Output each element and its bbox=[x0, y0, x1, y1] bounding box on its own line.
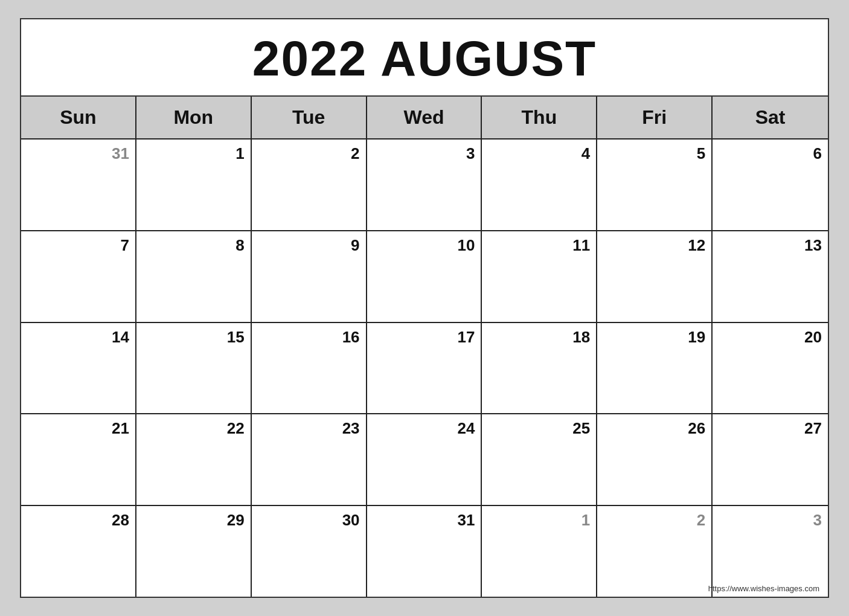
day-cell: 20 bbox=[713, 323, 828, 414]
day-header-sat: Sat bbox=[713, 97, 828, 138]
day-cell: 31 bbox=[367, 506, 482, 597]
day-cell: 25 bbox=[482, 414, 597, 505]
day-cell: 24 bbox=[367, 414, 482, 505]
day-cell: 9 bbox=[252, 231, 367, 322]
day-cell: 1 bbox=[482, 506, 597, 597]
day-header-fri: Fri bbox=[597, 97, 713, 138]
day-cell: 4 bbox=[482, 140, 597, 230]
day-cell: 28 bbox=[21, 506, 136, 597]
day-cell: 2 bbox=[597, 506, 713, 597]
day-header-thu: Thu bbox=[482, 97, 597, 138]
week-row-3: 21222324252627 bbox=[21, 414, 828, 506]
day-cell: 11 bbox=[482, 231, 597, 322]
day-cell: 6 bbox=[713, 140, 828, 230]
day-cell: 5 bbox=[597, 140, 713, 230]
day-cell: 10 bbox=[367, 231, 482, 322]
day-cell: 3 bbox=[713, 506, 828, 597]
week-row-1: 78910111213 bbox=[21, 231, 828, 323]
day-cell: 29 bbox=[136, 506, 252, 597]
day-cell: 31 bbox=[21, 140, 136, 230]
calendar-container: 2022 AUGUST SunMonTueWedThuFriSat 311234… bbox=[20, 18, 829, 598]
day-cell: 17 bbox=[367, 323, 482, 414]
day-headers: SunMonTueWedThuFriSat bbox=[21, 97, 828, 140]
day-cell: 1 bbox=[136, 140, 252, 230]
day-cell: 18 bbox=[482, 323, 597, 414]
calendar-grid: SunMonTueWedThuFriSat 311234567891011121… bbox=[21, 97, 828, 597]
weeks-container: 3112345678910111213141516171819202122232… bbox=[21, 140, 828, 597]
day-cell: 30 bbox=[252, 506, 367, 597]
day-cell: 15 bbox=[136, 323, 252, 414]
day-cell: 2 bbox=[252, 140, 367, 230]
week-row-0: 31123456 bbox=[21, 140, 828, 231]
day-header-sun: Sun bbox=[21, 97, 136, 138]
day-cell: 23 bbox=[252, 414, 367, 505]
day-cell: 8 bbox=[136, 231, 252, 322]
week-row-2: 14151617181920 bbox=[21, 323, 828, 415]
day-cell: 13 bbox=[713, 231, 828, 322]
day-cell: 26 bbox=[597, 414, 713, 505]
day-cell: 7 bbox=[21, 231, 136, 322]
day-header-wed: Wed bbox=[367, 97, 482, 138]
day-header-mon: Mon bbox=[136, 97, 252, 138]
day-cell: 19 bbox=[597, 323, 713, 414]
watermark: https://www.wishes-images.com bbox=[708, 584, 819, 593]
day-header-tue: Tue bbox=[252, 97, 367, 138]
week-row-4: 28293031123 bbox=[21, 506, 828, 597]
day-cell: 16 bbox=[252, 323, 367, 414]
day-cell: 22 bbox=[136, 414, 252, 505]
day-cell: 12 bbox=[597, 231, 713, 322]
day-cell: 21 bbox=[21, 414, 136, 505]
day-cell: 3 bbox=[367, 140, 482, 230]
calendar-title: 2022 AUGUST bbox=[21, 19, 828, 97]
day-cell: 27 bbox=[713, 414, 828, 505]
day-cell: 14 bbox=[21, 323, 136, 414]
